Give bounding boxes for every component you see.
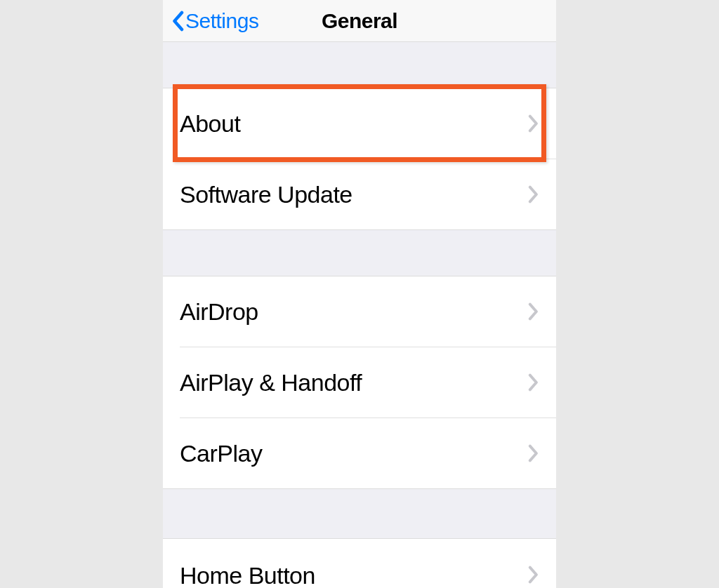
row-label: CarPlay	[180, 440, 262, 467]
chevron-right-icon	[528, 373, 539, 392]
settings-group-3: Home Button	[163, 538, 556, 588]
chevron-right-icon	[528, 185, 539, 203]
settings-group-1: About Software Update	[163, 88, 556, 230]
row-label: AirDrop	[180, 298, 258, 326]
navigation-bar: Settings General	[163, 0, 556, 42]
row-airdrop[interactable]: AirDrop	[163, 276, 556, 347]
chevron-right-icon	[528, 566, 539, 584]
row-label: AirPlay & Handoff	[180, 369, 362, 396]
chevron-right-icon	[528, 302, 539, 321]
row-label: Home Button	[180, 562, 315, 588]
row-label: About	[180, 110, 240, 138]
row-carplay[interactable]: CarPlay	[163, 418, 556, 488]
row-about[interactable]: About	[163, 88, 556, 159]
back-label: Settings	[185, 9, 258, 33]
chevron-left-icon	[171, 11, 184, 32]
page-title: General	[322, 9, 397, 33]
settings-group-2: AirDrop AirPlay & Handoff CarPlay	[163, 276, 556, 489]
row-home-button[interactable]: Home Button	[163, 539, 556, 588]
row-software-update[interactable]: Software Update	[163, 159, 556, 229]
chevron-right-icon	[528, 444, 539, 462]
back-button[interactable]: Settings	[171, 9, 258, 33]
row-label: Software Update	[180, 181, 352, 208]
settings-screen: Settings General About Software Update	[163, 0, 556, 588]
chevron-right-icon	[528, 114, 539, 133]
row-airplay-handoff[interactable]: AirPlay & Handoff	[163, 347, 556, 417]
